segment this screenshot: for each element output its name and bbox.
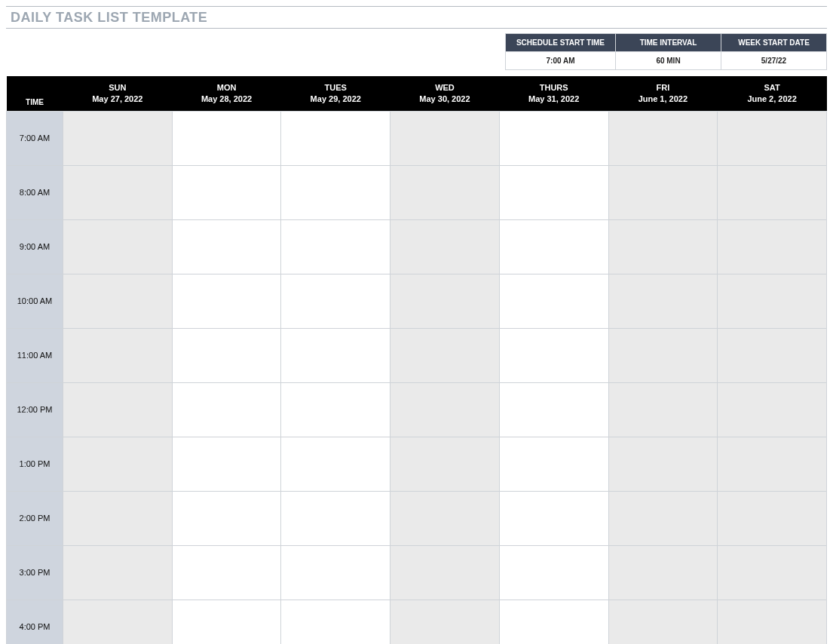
schedule-cell[interactable]: [172, 382, 281, 437]
schedule-cell[interactable]: [281, 545, 390, 600]
schedule-cell[interactable]: [63, 545, 173, 600]
schedule-cell[interactable]: [63, 111, 173, 165]
schedule-cell[interactable]: [499, 328, 608, 382]
schedule-cell[interactable]: [718, 165, 827, 219]
day-dow: FRI: [611, 82, 715, 94]
title-bar: DAILY TASK LIST TEMPLATE: [6, 6, 827, 29]
schedule-cell[interactable]: [390, 165, 500, 219]
schedule-cell[interactable]: [718, 491, 827, 545]
schedule-cell[interactable]: [63, 437, 173, 491]
config-value-week-start[interactable]: 5/27/22: [721, 52, 827, 70]
time-label: 7:00 AM: [7, 111, 63, 165]
schedule-cell[interactable]: [499, 165, 608, 219]
schedule-cell[interactable]: [608, 274, 718, 328]
schedule-cell[interactable]: [390, 491, 500, 545]
schedule-cell[interactable]: [608, 545, 718, 600]
schedule-cell[interactable]: [63, 274, 173, 328]
day-date: May 27, 2022: [66, 94, 170, 105]
schedule-cell[interactable]: [499, 382, 608, 437]
day-header-sat: SAT June 2, 2022: [718, 76, 827, 111]
schedule-cell[interactable]: [172, 328, 281, 382]
schedule-cell[interactable]: [172, 491, 281, 545]
config-header-start-time: SCHEDULE START TIME: [505, 34, 615, 52]
schedule-row: 1:00 PM: [7, 437, 827, 491]
schedule-cell[interactable]: [281, 491, 390, 545]
schedule-cell[interactable]: [281, 111, 390, 165]
schedule-cell[interactable]: [718, 274, 827, 328]
schedule-cell[interactable]: [281, 382, 390, 437]
schedule-cell[interactable]: [718, 219, 827, 274]
schedule-cell[interactable]: [499, 111, 608, 165]
schedule-cell[interactable]: [718, 600, 827, 644]
schedule-cell[interactable]: [499, 600, 608, 644]
schedule-cell[interactable]: [718, 111, 827, 165]
schedule-cell[interactable]: [718, 382, 827, 437]
schedule-cell[interactable]: [172, 274, 281, 328]
day-dow: MON: [175, 82, 278, 94]
schedule-cell[interactable]: [390, 545, 500, 600]
config-value-interval[interactable]: 60 MIN: [616, 52, 721, 70]
time-label: 10:00 AM: [7, 274, 63, 328]
day-header-tues: TUES May 29, 2022: [281, 76, 390, 111]
day-header-thurs: THURS May 31, 2022: [499, 76, 608, 111]
schedule-cell[interactable]: [390, 274, 500, 328]
schedule-table: TIME SUN May 27, 2022 MON May 28, 2022 T…: [6, 76, 827, 644]
day-dow: WED: [394, 82, 497, 94]
config-value-start-time[interactable]: 7:00 AM: [505, 52, 615, 70]
day-date: May 28, 2022: [175, 94, 278, 105]
schedule-cell[interactable]: [499, 437, 608, 491]
schedule-cell[interactable]: [172, 219, 281, 274]
day-date: May 31, 2022: [502, 94, 605, 105]
schedule-cell[interactable]: [281, 437, 390, 491]
schedule-row: 8:00 AM: [7, 165, 827, 219]
schedule-cell[interactable]: [608, 219, 718, 274]
schedule-cell[interactable]: [172, 111, 281, 165]
schedule-cell[interactable]: [172, 600, 281, 644]
schedule-cell[interactable]: [499, 219, 608, 274]
schedule-cell[interactable]: [390, 111, 500, 165]
schedule-cell[interactable]: [499, 274, 608, 328]
schedule-cell[interactable]: [499, 545, 608, 600]
schedule-row: 12:00 PM: [7, 382, 827, 437]
schedule-row: 9:00 AM: [7, 219, 827, 274]
schedule-cell[interactable]: [718, 437, 827, 491]
schedule-cell[interactable]: [390, 328, 500, 382]
schedule-cell[interactable]: [608, 111, 718, 165]
schedule-cell[interactable]: [390, 219, 500, 274]
schedule-cell[interactable]: [281, 274, 390, 328]
schedule-cell[interactable]: [172, 165, 281, 219]
schedule-cell[interactable]: [63, 382, 173, 437]
schedule-corner-label: TIME: [7, 76, 63, 111]
page-title: DAILY TASK LIST TEMPLATE: [11, 10, 207, 25]
schedule-cell[interactable]: [63, 491, 173, 545]
day-header-fri: FRI June 1, 2022: [608, 76, 718, 111]
schedule-row: 10:00 AM: [7, 274, 827, 328]
schedule-cell[interactable]: [281, 219, 390, 274]
schedule-cell[interactable]: [608, 437, 718, 491]
time-label: 3:00 PM: [7, 545, 63, 600]
day-dow: TUES: [284, 82, 387, 94]
schedule-cell[interactable]: [718, 328, 827, 382]
day-date: May 30, 2022: [394, 94, 497, 105]
schedule-cell[interactable]: [63, 165, 173, 219]
schedule-row: 2:00 PM: [7, 491, 827, 545]
schedule-cell[interactable]: [608, 491, 718, 545]
schedule-cell[interactable]: [281, 328, 390, 382]
schedule-cell[interactable]: [63, 328, 173, 382]
schedule-cell[interactable]: [718, 545, 827, 600]
schedule-cell[interactable]: [172, 545, 281, 600]
schedule-cell[interactable]: [172, 437, 281, 491]
schedule-cell[interactable]: [281, 600, 390, 644]
schedule-cell[interactable]: [499, 491, 608, 545]
schedule-cell[interactable]: [281, 165, 390, 219]
schedule-cell[interactable]: [390, 437, 500, 491]
schedule-cell[interactable]: [390, 600, 500, 644]
schedule-cell[interactable]: [63, 219, 173, 274]
schedule-cell[interactable]: [390, 382, 500, 437]
schedule-cell[interactable]: [608, 328, 718, 382]
day-header-sun: SUN May 27, 2022: [63, 76, 173, 111]
schedule-cell[interactable]: [608, 600, 718, 644]
schedule-cell[interactable]: [63, 600, 173, 644]
schedule-cell[interactable]: [608, 382, 718, 437]
schedule-cell[interactable]: [608, 165, 718, 219]
